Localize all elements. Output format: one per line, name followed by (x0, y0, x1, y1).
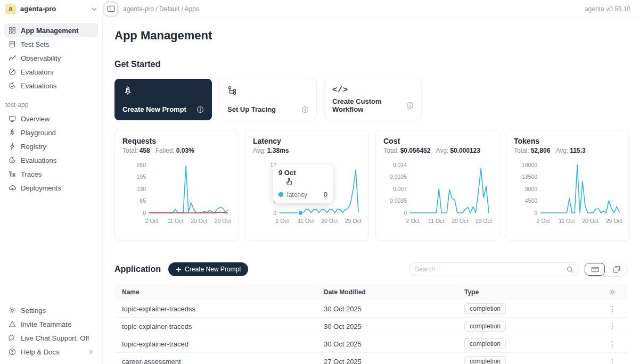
svg-text:195: 195 (136, 173, 146, 180)
sidebar-item-label: Registry (21, 143, 46, 151)
gear-icon (9, 307, 16, 314)
table-row[interactable]: topic-explainer-traced30 Oct 2025complet… (114, 335, 627, 353)
kebab-menu-icon[interactable]: ⋮ (609, 340, 616, 348)
svg-text:130: 130 (136, 186, 146, 192)
svg-text:29 Oct: 29 Oct (476, 218, 492, 224)
sidebar-item-app-management[interactable]: App Management (4, 23, 98, 37)
column-header-name[interactable]: Name (114, 288, 324, 296)
row-actions[interactable]: ⋮ (597, 304, 627, 313)
row-actions[interactable]: ⋮ (597, 357, 627, 364)
card-view-button[interactable] (605, 262, 627, 276)
app-name-cell[interactable]: topic-explainer-traced (114, 340, 324, 348)
svg-text:65: 65 (140, 197, 146, 204)
create-new-prompt-button[interactable]: Create New Prompt (168, 262, 248, 276)
app-name-cell[interactable]: topic-explainer-tracedss (114, 305, 324, 313)
tooltip-series-row: latency 0 (278, 191, 327, 198)
column-header-type[interactable]: Type (464, 288, 597, 296)
svg-text:29 Oct: 29 Oct (345, 218, 362, 224)
sidebar-item-help-docs[interactable]: Help & Docs (4, 345, 98, 359)
sidebar-item-label: Evaluations (21, 82, 56, 90)
info-icon[interactable] (301, 106, 309, 113)
series-value: 0 (324, 191, 327, 198)
question-circle-icon (9, 348, 16, 355)
chart-stats: Total:$0.056452 Avg:$0.000123 (383, 147, 491, 154)
sidebar-item-deployments[interactable]: Deployments (4, 181, 98, 195)
tokens-chart-card: Tokens Total:52,806 Avg:115.3 0450090001… (506, 130, 630, 241)
sidebar-footer: Settings Invite Teammate Live Chat Suppo… (4, 303, 98, 359)
table-view-button[interactable] (585, 263, 605, 276)
sidebar-item-label: Evaluators (21, 68, 53, 76)
sidebar-item-label: Test Sets (21, 40, 49, 48)
column-header-date-modified[interactable]: Date Modified (324, 288, 464, 296)
row-actions[interactable]: ⋮ (597, 322, 627, 330)
history-icon (9, 156, 16, 164)
rocket-icon (9, 129, 16, 136)
sidebar-item-overview[interactable]: Overview (4, 112, 98, 126)
sidebar-item-playground[interactable]: Playground (4, 126, 98, 139)
kebab-menu-icon[interactable]: ⋮ (609, 322, 616, 330)
svg-text:2 Oct: 2 Oct (406, 218, 419, 224)
cost-line-chart[interactable]: 00.00350.0070.01050.0142 Oct11 Oct20 Oct… (383, 159, 493, 227)
view-toggle (584, 262, 627, 277)
search-box[interactable] (409, 262, 579, 276)
table-icon (9, 40, 16, 48)
monitor-icon (9, 115, 16, 122)
search-icon[interactable] (567, 266, 574, 273)
sidebar-item-evaluations-app[interactable]: Evaluations (4, 153, 98, 167)
table-header: Name Date Modified Type (114, 284, 627, 300)
svg-text:11 Oct: 11 Oct (428, 218, 444, 224)
requests-chart-card: Requests Total:458 Failed:0.03% 06513019… (114, 130, 239, 241)
sidebar-item-test-sets[interactable]: Test Sets (4, 37, 98, 51)
applications-table: Name Date Modified Type topic-explainer-… (114, 284, 627, 364)
invite-icon (9, 320, 16, 328)
app-name-cell[interactable]: topic-explainer-traceds (114, 322, 324, 330)
tokens-line-chart[interactable]: 04500900013500180002 Oct11 Oct20 Oct29 O… (514, 159, 623, 227)
table-row[interactable]: topic-explainer-tracedss30 Oct 2025compl… (114, 300, 627, 318)
date-modified-cell: 30 Oct 2025 (324, 322, 464, 330)
search-input[interactable] (415, 266, 567, 273)
create-new-prompt-card[interactable]: Create New Prompt (114, 79, 212, 120)
table-settings-gear[interactable] (597, 288, 627, 296)
chevron-right-icon (88, 349, 94, 355)
svg-text:0: 0 (534, 210, 537, 216)
main-content: App Management Get Started Create New Pr… (103, 18, 639, 364)
sidebar-item-live-chat[interactable]: Live Chat Support: Off (4, 331, 98, 345)
workspace-avatar: A (5, 4, 16, 14)
create-custom-workflow-card[interactable]: </> Create Custom Workflow (324, 79, 422, 120)
info-icon[interactable] (196, 106, 204, 113)
sidebar-item-registry[interactable]: Registry (4, 139, 98, 153)
sidebar-collapse-button[interactable] (103, 1, 119, 17)
sidebar-item-evaluators[interactable]: Evaluators (4, 65, 98, 79)
set-up-tracing-card[interactable]: Set Up Tracing (219, 79, 317, 120)
sidebar-item-invite-teammate[interactable]: Invite Teammate (4, 317, 98, 331)
svg-text:20 Oct: 20 Oct (452, 218, 468, 224)
series-dot (278, 192, 283, 197)
app-name-cell[interactable]: career-assessment (114, 358, 324, 364)
table-body: topic-explainer-tracedss30 Oct 2025compl… (114, 300, 627, 364)
requests-line-chart[interactable]: 0651301952602 Oct11 Oct20 Oct29 Oct (122, 159, 232, 227)
sidebar-item-evaluations[interactable]: Evaluations (4, 79, 98, 93)
workspace-name: agenta-pro (20, 5, 56, 13)
workspace-selector[interactable]: A agenta-pro (0, 4, 103, 14)
chart-stats: Total:458 Failed:0.03% (122, 147, 231, 154)
svg-text:4500: 4500 (525, 197, 538, 204)
row-actions[interactable]: ⋮ (597, 340, 627, 348)
type-badge: completion (464, 338, 506, 349)
sidebar-item-settings[interactable]: Settings (4, 303, 98, 317)
type-badge: completion (464, 321, 506, 332)
table-row[interactable]: career-assessment27 Oct 2025completion⋮ (114, 353, 627, 364)
sidebar-item-traces[interactable]: Traces (4, 167, 98, 181)
chart-title: Latency (253, 137, 361, 145)
breadcrumb[interactable]: agenta-pro / Default / Apps (123, 5, 199, 13)
kebab-menu-icon[interactable]: ⋮ (609, 357, 616, 364)
sidebar-item-observability[interactable]: Observability (4, 51, 98, 65)
svg-text:11 Oct: 11 Oct (559, 218, 575, 224)
svg-text:260: 260 (136, 162, 146, 168)
chevron-down-icon[interactable] (91, 6, 97, 12)
svg-text:0: 0 (404, 210, 407, 216)
table-row[interactable]: topic-explainer-traceds30 Oct 2025comple… (114, 318, 627, 335)
type-cell: completion (464, 321, 597, 332)
info-icon[interactable] (406, 102, 414, 109)
lightning-icon (9, 143, 16, 150)
kebab-menu-icon[interactable]: ⋮ (609, 304, 616, 313)
